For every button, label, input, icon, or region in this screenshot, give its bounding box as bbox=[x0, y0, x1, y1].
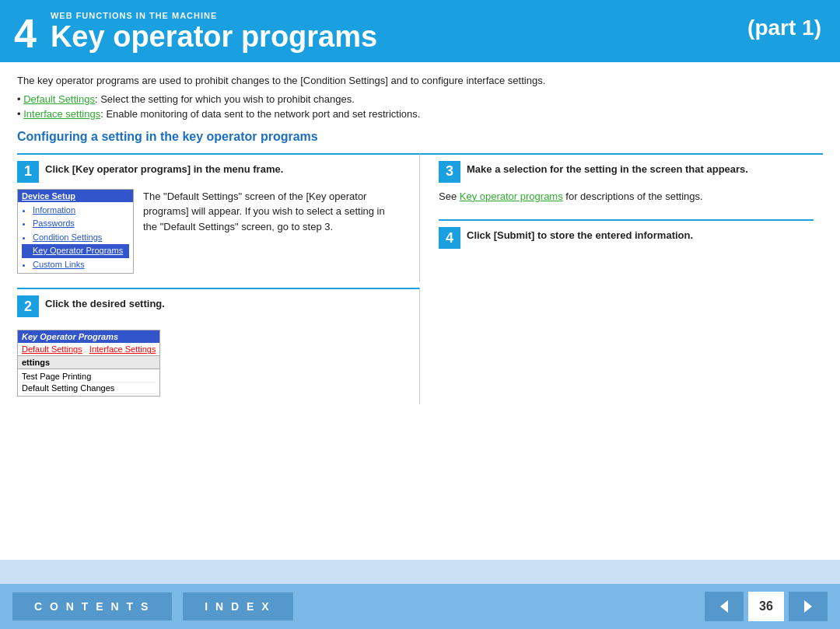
svg-marker-1 bbox=[804, 600, 812, 613]
next-icon bbox=[800, 598, 817, 615]
ds-item-keyop[interactable]: Key Operator Programs bbox=[22, 244, 129, 258]
bullet1-text: : Select the setting for which you wish … bbox=[95, 93, 355, 105]
bullet2: • Interface settings: Enable monitoring … bbox=[17, 108, 420, 120]
bullet2-text: : Enable monitoring of data sent to the … bbox=[100, 108, 420, 120]
step-2-header: 2 Click the desired setting. bbox=[17, 295, 401, 317]
step-3-description: See Key operator programs for descriptio… bbox=[439, 189, 814, 204]
kop-settings-items: Test Page Printing Default Setting Chang… bbox=[18, 369, 159, 396]
intro-bullets: • Default Settings: Select the setting f… bbox=[17, 92, 823, 122]
device-setup-items: Information Passwords Condition Settings… bbox=[18, 202, 133, 274]
step-3-instruction: Make a selection for the setting in the … bbox=[467, 161, 748, 176]
header-title: Key operator programs bbox=[51, 22, 747, 51]
footer: C O N T E N T S I N D E X 36 bbox=[0, 584, 840, 629]
step-3-header: 3 Make a selection for the setting in th… bbox=[439, 161, 814, 183]
step-1-header: 1 Click [Key operator programs] in the m… bbox=[17, 161, 401, 183]
step-1-box: 1 Click [Key operator programs] in the m… bbox=[17, 153, 420, 282]
page-header: 4 WEB FUNCTIONS IN THE MACHINE Key opera… bbox=[0, 0, 840, 62]
chapter-number: 4 bbox=[0, 0, 51, 62]
step-2-content: Key Operator Programs Default Settings I… bbox=[17, 323, 401, 397]
kop-settings-label: ettings bbox=[18, 356, 159, 369]
steps-grid: 1 Click [Key operator programs] in the m… bbox=[17, 153, 823, 411]
keyop-link[interactable]: Key operator programs bbox=[460, 190, 563, 202]
prev-page-button[interactable] bbox=[705, 592, 744, 621]
step-2-number: 2 bbox=[17, 295, 39, 317]
step-3-desc-prefix: See bbox=[439, 190, 460, 202]
header-text-block: WEB FUNCTIONS IN THE MACHINE Key operato… bbox=[51, 0, 747, 62]
step-1-instruction: Click [Key operator programs] in the men… bbox=[45, 161, 283, 176]
index-button[interactable]: I N D E X bbox=[183, 592, 292, 620]
intro-main-text: The key operator programs are used to pr… bbox=[17, 75, 545, 86]
default-settings-link[interactable]: Default Settings bbox=[23, 93, 95, 105]
step-4-header: 4 Click [Submit] to store the entered in… bbox=[439, 227, 814, 249]
contents-button[interactable]: C O N T E N T S bbox=[12, 592, 172, 620]
kop-item-1[interactable]: Test Page Printing bbox=[22, 371, 156, 383]
device-setup-mockup: Device Setup Information Passwords Condi… bbox=[17, 189, 134, 274]
step-1-content: Device Setup Information Passwords Condi… bbox=[17, 189, 401, 274]
ds-item-passwords[interactable]: Passwords bbox=[33, 217, 129, 231]
step-1-number: 1 bbox=[17, 161, 39, 183]
intro-paragraph: The key operator programs are used to pr… bbox=[17, 73, 823, 89]
step-1-description: The "Default Settings" screen of the [Ke… bbox=[143, 189, 401, 235]
kop-item-2[interactable]: Default Setting Changes bbox=[22, 383, 156, 394]
step-3-number: 3 bbox=[439, 161, 460, 183]
main-content: The key operator programs are used to pr… bbox=[0, 62, 840, 560]
svg-marker-0 bbox=[720, 600, 728, 613]
ds-item-information[interactable]: Information bbox=[33, 204, 129, 218]
step-2-box: 2 Click the desired setting. Key Operato… bbox=[17, 288, 420, 404]
kop-link-interface[interactable]: Interface Settings bbox=[89, 344, 156, 354]
device-setup-title: Device Setup bbox=[18, 190, 133, 202]
header-part: (part 1) bbox=[747, 0, 840, 40]
step-4-box: 4 Click [Submit] to store the entered in… bbox=[439, 219, 814, 249]
kop-links: Default Settings Interface Settings bbox=[18, 343, 159, 356]
section-title: Configuring a setting in the key operato… bbox=[17, 130, 823, 144]
page-number: 36 bbox=[748, 592, 784, 621]
interface-settings-link[interactable]: Interface settings bbox=[23, 108, 100, 120]
prev-icon bbox=[716, 598, 733, 615]
kop-link-default[interactable]: Default Settings bbox=[22, 344, 82, 354]
header-subtitle: WEB FUNCTIONS IN THE MACHINE bbox=[51, 11, 747, 20]
step-4-instruction: Click [Submit] to store the entered info… bbox=[467, 227, 693, 243]
next-page-button[interactable] bbox=[789, 592, 828, 621]
step-2-instruction: Click the desired setting. bbox=[45, 295, 165, 311]
kop-mockup: Key Operator Programs Default Settings I… bbox=[17, 330, 160, 397]
step-3-desc-suffix: for descriptions of the settings. bbox=[563, 190, 703, 202]
bullet1: • Default Settings: Select the setting f… bbox=[17, 93, 355, 105]
ds-item-condition[interactable]: Condition Settings bbox=[33, 231, 129, 245]
step-4-number: 4 bbox=[439, 227, 460, 249]
step-3-box: 3 Make a selection for the setting in th… bbox=[420, 153, 823, 282]
ds-item-custom[interactable]: Custom Links bbox=[33, 258, 129, 272]
kop-title: Key Operator Programs bbox=[18, 330, 159, 343]
